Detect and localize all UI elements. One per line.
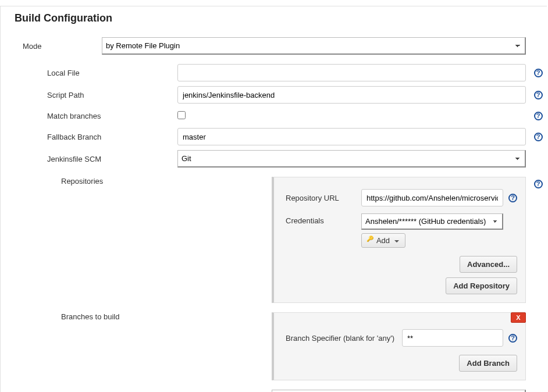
repo-url-input[interactable] — [361, 189, 503, 206]
script-path-row: Script Path ? — [1, 84, 547, 106]
fallback-branch-input[interactable] — [177, 128, 526, 145]
mode-select[interactable]: by Remote File Plugin — [102, 37, 526, 55]
script-path-label: Script Path — [1, 91, 177, 99]
repo-browser-row: Repository browser (Auto) ? — [1, 387, 547, 392]
mode-row: Mode by Remote File Plugin — [1, 35, 547, 57]
add-branch-button[interactable]: Add Branch — [459, 355, 517, 372]
fallback-branch-row: Fallback Branch ? — [1, 126, 547, 148]
mode-label: Mode — [1, 42, 102, 51]
repo-url-label: Repository URL — [286, 194, 361, 202]
repositories-panel: Repository URL ? Credentials Anshelen/**… — [272, 177, 526, 303]
branch-specifier-label: Branch Specifier (blank for 'any') — [286, 334, 402, 343]
jenkinsfile-scm-label: Jenkinsfile SCM — [1, 155, 177, 163]
branch-specifier-input[interactable] — [402, 329, 503, 347]
add-repository-button[interactable]: Add Repository — [446, 277, 517, 294]
chevron-down-icon — [394, 240, 399, 243]
branches-row: Branches to build X Branch Specifier (bl… — [1, 310, 547, 383]
advanced-button[interactable]: Advanced... — [460, 256, 517, 273]
credentials-select[interactable]: Anshelen/****** (GitHub credentials) — [361, 213, 503, 230]
repositories-row: Repositories Repository URL ? Credential… — [1, 174, 547, 305]
branches-label: Branches to build — [1, 312, 272, 321]
local-file-row: Local File ? — [1, 62, 547, 84]
help-icon[interactable]: ? — [534, 112, 543, 120]
fallback-branch-label: Fallback Branch — [1, 133, 177, 141]
script-path-input[interactable] — [177, 86, 526, 104]
match-branches-checkbox[interactable] — [177, 111, 186, 119]
match-branches-label: Match branches — [1, 112, 177, 120]
help-icon[interactable]: ? — [534, 69, 543, 77]
repo-browser-select[interactable]: (Auto) — [272, 390, 526, 392]
help-icon[interactable]: ? — [508, 194, 517, 202]
jenkinsfile-scm-row: Jenkinsfile SCM Git — [1, 148, 547, 170]
jenkinsfile-scm-select[interactable]: Git — [177, 150, 526, 168]
local-file-label: Local File — [1, 69, 177, 77]
key-icon — [368, 238, 375, 243]
branches-panel: X Branch Specifier (blank for 'any') ? A… — [272, 312, 526, 380]
help-icon[interactable]: ? — [534, 133, 543, 141]
section-title: Build Configuration — [1, 6, 547, 35]
help-icon[interactable]: ? — [508, 334, 517, 343]
help-icon[interactable]: ? — [534, 91, 543, 99]
repositories-label: Repositories — [1, 177, 272, 186]
help-icon[interactable]: ? — [534, 180, 543, 188]
credentials-label: Credentials — [286, 213, 361, 225]
local-file-input[interactable] — [177, 64, 526, 81]
add-credentials-button[interactable]: Add — [361, 233, 405, 248]
match-branches-row: Match branches ? — [1, 106, 547, 126]
delete-branch-button[interactable]: X — [511, 312, 526, 323]
